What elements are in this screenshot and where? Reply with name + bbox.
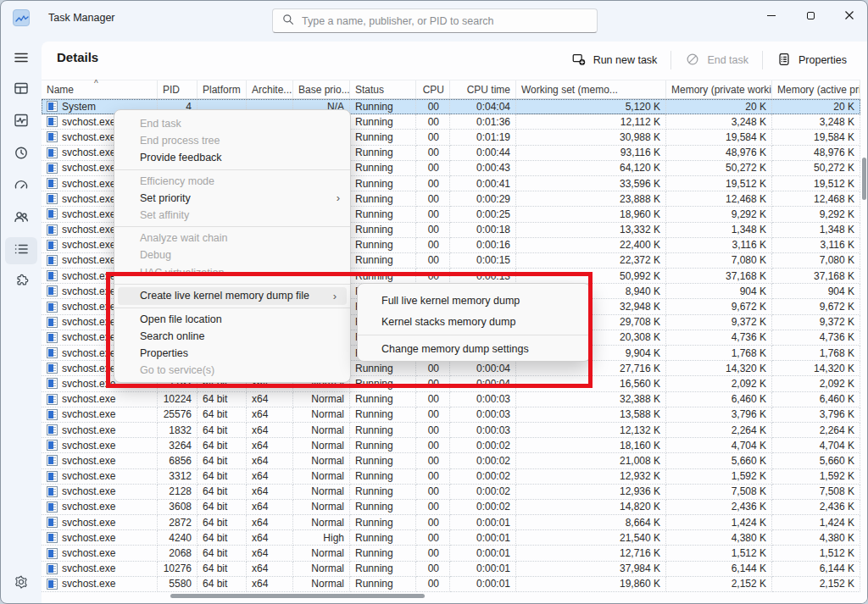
cell-status: Running xyxy=(350,515,416,530)
process-icon xyxy=(47,455,58,466)
table-row[interactable]: svchost.exe206864 bitx64NormalRunning000… xyxy=(42,546,860,561)
column-header-pid[interactable]: PID xyxy=(158,80,198,98)
process-name: svchost.exe xyxy=(62,254,115,266)
cell-cpu-time: 0:01:19 xyxy=(450,130,516,145)
menu-item-analyze-wait-chain: Analyze wait chain xyxy=(114,230,350,247)
table-row[interactable]: svchost.exe558064 bitx64NormalRunning000… xyxy=(42,577,860,592)
column-header-platform[interactable]: Platform xyxy=(198,80,247,98)
table-row[interactable]: svchost.exe331264 bitx64NormalRunning000… xyxy=(42,469,860,485)
sidebar-item-processes[interactable] xyxy=(1,74,42,106)
table-row[interactable]: svchost.exe1022464 bitx64NormalRunning00… xyxy=(42,392,860,407)
run-new-task-button[interactable]: Run new task xyxy=(561,47,668,73)
cell-cpu: 00 xyxy=(416,223,450,238)
horizontal-scrollbar-thumb[interactable] xyxy=(170,594,425,598)
close-button[interactable] xyxy=(830,1,868,30)
cell-memory-private: 20 K xyxy=(666,99,772,114)
cell-working-set: 22,372 K xyxy=(516,253,666,269)
vertical-scrollbar-thumb[interactable] xyxy=(862,158,866,200)
settings-button[interactable] xyxy=(1,568,42,599)
search-box[interactable] xyxy=(272,8,598,33)
process-icon xyxy=(47,486,58,497)
menu-item-open-file-location[interactable]: Open file location xyxy=(114,311,350,328)
cell-architecture: x64 xyxy=(247,407,293,423)
maximize-button[interactable] xyxy=(791,1,830,30)
cell-pid: 4240 xyxy=(158,530,198,546)
table-header: NamePIDPlatformArchite...Base prio...Sta… xyxy=(42,80,860,99)
cell-memory-active: 20 K xyxy=(772,99,860,114)
sidebar-item-performance[interactable] xyxy=(1,106,42,138)
cell-memory-private: 19,512 K xyxy=(666,176,772,191)
properties-button[interactable]: Properties xyxy=(766,47,857,73)
menu-item-end-task: End task xyxy=(114,115,350,132)
cell-cpu-time: 0:00:02 xyxy=(450,469,516,485)
sidebar-item-app-history[interactable] xyxy=(1,138,42,170)
cell-cpu-time: 0:01:36 xyxy=(450,114,516,130)
table-row[interactable]: svchost.exe183264 bitx64NormalRunning000… xyxy=(42,423,860,438)
table-row[interactable]: svchost.exe1027664 bitx64NormalRunning00… xyxy=(42,562,860,577)
menu-item-create-live-kernel-memory-dump-file[interactable]: Create live kernel memory dump file› xyxy=(118,287,347,305)
process-icon xyxy=(47,548,58,559)
column-header-working-set[interactable]: Working set (memo... xyxy=(516,80,666,98)
cell-status: Running xyxy=(350,530,416,546)
process-icon xyxy=(47,147,58,158)
table-row[interactable]: svchost.exe326464 bitx64NormalRunning000… xyxy=(42,438,860,453)
cell-working-set: 30,988 K xyxy=(516,130,666,145)
table-row[interactable]: svchost.exe424064 bitx64HighRunning000:0… xyxy=(42,530,860,546)
process-name: svchost.exe xyxy=(62,501,115,513)
process-icon xyxy=(47,563,58,574)
cell-status: Running xyxy=(350,207,416,222)
cell-cpu: 00 xyxy=(416,530,450,546)
sidebar-item-details[interactable] xyxy=(1,235,42,267)
cell-status: Running xyxy=(350,392,416,407)
column-header-status[interactable]: Status xyxy=(350,80,416,98)
column-header-cpu[interactable]: CPU xyxy=(416,80,450,98)
cell-memory-private: 6,144 K xyxy=(666,562,772,577)
column-header-memory-active[interactable]: Memory (active priv... xyxy=(772,80,860,98)
hamburger-button[interactable] xyxy=(1,47,42,72)
table-row[interactable]: svchost.exe685664 bitx64NormalRunning000… xyxy=(42,453,860,468)
end-task-label: End task xyxy=(707,54,748,66)
sidebar-item-services[interactable] xyxy=(1,267,42,299)
cell-platform: 64 bit xyxy=(198,469,247,485)
menu-item-set-priority[interactable]: Set priority› xyxy=(114,190,350,207)
cell-cpu-time: 0:00:01 xyxy=(450,577,516,592)
table-row[interactable]: svchost.exe287264 bitx64NormalRunning000… xyxy=(42,515,860,530)
cell-base-priority: Normal xyxy=(293,500,350,515)
column-header-architecture[interactable]: Archite... xyxy=(247,80,293,98)
cell-memory-active: 2,264 K xyxy=(772,423,860,438)
cell-status: Running xyxy=(350,269,416,284)
submenu-item-full-live-kernel-memory-dump[interactable]: Full live kernel memory dump xyxy=(358,290,590,311)
sidebar-item-startup-apps[interactable] xyxy=(1,170,42,202)
cell-architecture: x64 xyxy=(247,485,293,500)
cell-status: Running xyxy=(350,577,416,592)
column-header-name[interactable]: Name xyxy=(42,80,158,98)
menu-item-provide-feedback[interactable]: Provide feedback xyxy=(114,149,350,166)
submenu-item-kernel-stacks-memory-dump[interactable]: Kernel stacks memory dump xyxy=(358,311,590,332)
cell-memory-active: 1,768 K xyxy=(772,346,860,361)
sidebar-item-users[interactable] xyxy=(1,202,42,235)
menu-item-debug: Debug xyxy=(114,247,350,263)
menu-item-search-online[interactable]: Search online xyxy=(114,328,350,345)
cell-architecture: x64 xyxy=(247,515,293,530)
table-row[interactable]: svchost.exe2557664 bitx64NormalRunning00… xyxy=(42,407,860,423)
minimize-button[interactable] xyxy=(752,1,791,30)
submenu-item-change-memory-dump-settings[interactable]: Change memory dump settings xyxy=(358,338,590,359)
cell-memory-private: 9,372 K xyxy=(666,315,772,330)
cell-working-set: 50,992 K xyxy=(516,269,666,284)
sidebar-nav xyxy=(1,74,42,299)
process-icon xyxy=(47,224,58,236)
table-row[interactable]: svchost.exe360864 bitx64NormalRunning000… xyxy=(42,500,860,515)
cell-memory-active: 50,272 K xyxy=(772,161,860,176)
search-input[interactable] xyxy=(302,15,588,27)
cell-memory-active: 7,080 K xyxy=(772,253,860,269)
toolbar-divider xyxy=(762,51,763,69)
column-header-cpu-time[interactable]: CPU time xyxy=(450,80,516,98)
menu-item-properties[interactable]: Properties xyxy=(114,345,350,362)
cell-base-priority: Normal xyxy=(293,515,350,530)
table-row[interactable]: svchost.exe212864 bitx64NormalRunning000… xyxy=(42,485,860,500)
cell-status: Running xyxy=(350,469,416,485)
process-icon xyxy=(47,317,58,328)
column-header-memory-private[interactable]: Memory (private workin... xyxy=(666,80,772,98)
column-header-base-priority[interactable]: Base prio... xyxy=(293,80,350,98)
cell-base-priority: Normal xyxy=(293,546,350,561)
